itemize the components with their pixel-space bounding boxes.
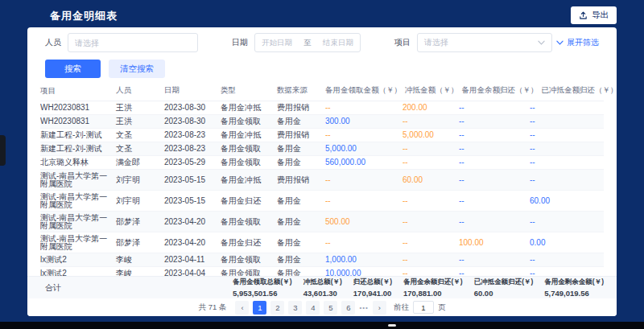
- filter-bar: 人员 日期 开始日期 至 结束日期 项目 请选择: [45, 32, 599, 53]
- page-title: 备用金明细表: [50, 9, 118, 23]
- table-row: WH20230831王洪2023-08-30备用金冲抵费用报销--200.00-…: [40, 101, 604, 115]
- expand-filter-link[interactable]: 展开筛选: [556, 37, 599, 48]
- cell-amount: --: [530, 256, 596, 264]
- date-separator: 至: [303, 38, 312, 48]
- cell-date: 2023-05-29: [164, 158, 221, 167]
- page-button[interactable]: 1: [253, 301, 266, 315]
- cell-type: 备用金冲抵: [221, 131, 277, 139]
- search-button[interactable]: 搜索: [45, 60, 101, 78]
- column-header: 冲抵金额（￥）: [405, 85, 462, 96]
- cell-project: lx测试2: [40, 256, 116, 264]
- cell-amount: --: [325, 239, 402, 247]
- table-row: 测试-南昌大学第一附属医院邵梦泽2023-04-20备用金归还备用金----10…: [40, 232, 604, 253]
- summary-item-value: 5,953,501.56: [233, 289, 292, 298]
- cell-source: 备用金: [277, 239, 325, 247]
- date-filter: 日期 开始日期 至 结束日期: [232, 33, 361, 52]
- expand-filter-label: 展开筛选: [567, 37, 599, 48]
- cell-source: 备用金: [277, 145, 325, 153]
- project-filter-select[interactable]: 请选择: [417, 33, 552, 52]
- summary-item-label: 备用金余额归还(￥): [403, 278, 463, 287]
- summary-label: 合计: [45, 282, 61, 294]
- date-end-placeholder: 结束日期: [323, 38, 353, 48]
- table-row: 测试-南昌大学第一附属医院邵梦泽2023-04-20备用金领取备用金500.00…: [40, 212, 604, 232]
- cell-type: 备用金领取: [221, 117, 277, 125]
- cell-amount[interactable]: 300.00: [325, 117, 402, 125]
- person-filter-input[interactable]: [68, 33, 198, 52]
- cell-amount[interactable]: 60.00: [530, 197, 596, 205]
- cell-amount[interactable]: 5,000.00: [402, 131, 459, 139]
- page-button[interactable]: 6: [341, 301, 355, 315]
- cell-amount[interactable]: 200.00: [402, 104, 459, 112]
- cell-type: 备用金领取: [221, 218, 277, 226]
- summary-item: 归还总额(￥)170,941.00: [353, 278, 392, 298]
- chevron-down-icon: [556, 40, 564, 45]
- prev-page-button[interactable]: ‹: [235, 301, 249, 315]
- cell-date: 2023-08-30: [164, 104, 221, 112]
- table-row: 北京璐义释林满金郎2023-05-29备用金领取备用金560,000.00---…: [40, 156, 604, 170]
- content-card: 人员 日期 开始日期 至 结束日期 项目 请选择: [27, 27, 617, 316]
- export-button[interactable]: 导出: [571, 6, 617, 24]
- page-button[interactable]: 5: [324, 301, 337, 315]
- cell-amount: --: [459, 256, 530, 264]
- cell-amount[interactable]: 560,000.00: [325, 158, 402, 167]
- date-range-input[interactable]: 开始日期 至 结束日期: [254, 33, 361, 52]
- page-button[interactable]: 2: [270, 301, 284, 315]
- cell-type: 备用金归还: [221, 197, 277, 205]
- person-filter-label: 人员: [45, 37, 61, 48]
- cell-amount[interactable]: 60.00: [402, 176, 459, 184]
- summary-item: 冲抵总额(￥)43,601.30: [303, 278, 342, 298]
- cell-type: 备用金归还: [221, 239, 277, 247]
- cell-amount: --: [402, 197, 459, 205]
- cell-amount: --: [459, 176, 530, 184]
- summary-item-label: 冲抵总额(￥): [303, 278, 342, 287]
- cell-amount: --: [325, 176, 402, 184]
- cell-project: 测试-南昌大学第一附属医院: [40, 235, 116, 250]
- table-row: 新建工程-刘-测试文圣2023-08-23备用金领取备用金5,000.00---…: [40, 142, 604, 156]
- clear-search-button[interactable]: 清空搜索: [109, 60, 165, 78]
- cell-person: 文圣: [116, 131, 164, 139]
- cell-source: 费用报销: [277, 104, 325, 112]
- cell-amount[interactable]: 100.00: [459, 239, 530, 247]
- page-button[interactable]: 3: [288, 301, 302, 315]
- column-header: 备用金领取金额（￥）: [325, 85, 405, 96]
- cell-date: 2023-08-23: [164, 145, 221, 153]
- cell-date: 2023-05-15: [164, 197, 221, 205]
- column-header: 日期: [164, 85, 221, 96]
- cell-type: 备用金冲抵: [221, 176, 277, 184]
- cell-person: 邵梦泽: [116, 239, 164, 247]
- cell-amount: --: [459, 197, 530, 205]
- column-header: 已冲抵金额归还（￥）: [542, 85, 617, 96]
- cell-amount: --: [402, 218, 459, 226]
- cell-amount[interactable]: 5,000.00: [325, 145, 402, 153]
- cell-amount: --: [530, 158, 596, 167]
- taskbar-strip: [0, 322, 644, 329]
- cell-amount[interactable]: 1,000.00: [325, 256, 402, 264]
- cell-person: 王洪: [116, 117, 164, 125]
- cell-amount: --: [530, 117, 596, 125]
- cell-person: 邵梦泽: [116, 218, 164, 226]
- cell-amount: --: [530, 176, 596, 184]
- column-header: 类型: [221, 85, 277, 96]
- column-header: 备用金余额归还（￥）: [462, 85, 542, 96]
- column-header: 数据来源: [277, 85, 325, 96]
- pagination-total: 共 71 条: [199, 302, 227, 313]
- cell-type: 备用金领取: [221, 256, 277, 264]
- page-button[interactable]: 4: [306, 301, 320, 315]
- pagination: 共 71 条 ‹ 123456 ••• › 前往 页: [27, 298, 617, 316]
- cell-amount: --: [530, 218, 596, 226]
- next-page-button[interactable]: ›: [373, 301, 386, 315]
- cell-amount[interactable]: 0.00: [530, 239, 596, 247]
- drawer-handle[interactable]: [0, 135, 6, 166]
- goto-page-prefix: 前往: [394, 302, 409, 313]
- cell-project: 新建工程-刘-测试: [40, 131, 116, 139]
- table-row: 测试-南昌大学第一附属医院刘宇明2023-05-15备用金冲抵费用报销--60.…: [40, 170, 604, 191]
- summary-item-value: 170,941.00: [353, 289, 392, 298]
- action-bar: 搜索 清空搜索: [45, 60, 599, 78]
- goto-page-input[interactable]: [413, 301, 434, 314]
- cell-amount[interactable]: 500.00: [325, 218, 402, 226]
- cell-type: 备用金冲抵: [221, 104, 277, 112]
- taskbar-indicator: [388, 324, 396, 327]
- cell-date: 2023-08-30: [164, 117, 221, 125]
- cell-amount: --: [402, 239, 459, 247]
- cell-amount: --: [402, 158, 459, 167]
